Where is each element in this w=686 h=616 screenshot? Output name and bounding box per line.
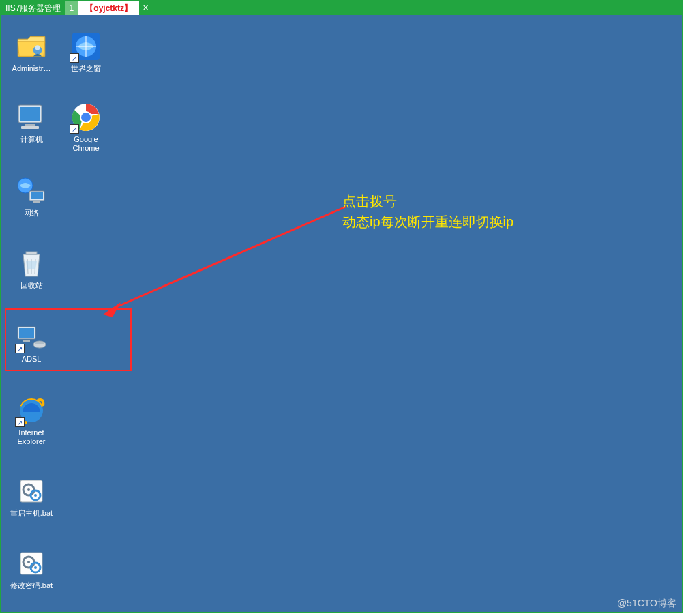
svg-rect-6 [25, 124, 35, 126]
desktop-icon-network[interactable]: 网络 [5, 175, 58, 218]
tab-bar: IIS7服务器管理 1 【oyjctktz】 ✕ [1, 1, 682, 15]
desktop-icon-label: 计算机 [5, 135, 58, 144]
desktop-icon-administrator[interactable]: Administr… [5, 30, 58, 73]
svg-rect-13 [31, 192, 43, 199]
annotation-text: 点击拨号 动态ip每次断开重连即切换ip [342, 191, 513, 232]
bat-file-icon [15, 475, 48, 508]
tab-close-button[interactable]: ✕ [139, 1, 151, 14]
svg-point-1 [35, 45, 40, 50]
annotation-arrow [100, 203, 353, 319]
tab-active[interactable]: 【oyjctktz】 [78, 1, 139, 15]
desktop-icon-label: Google Chrome [59, 135, 113, 153]
svg-rect-7 [21, 126, 39, 129]
annotation-line1: 点击拨号 [342, 191, 513, 211]
tab-badge[interactable]: 1 [65, 1, 78, 15]
computer-icon [15, 101, 48, 134]
desktop-icon-label: 重启主机.bat [5, 509, 58, 518]
desktop-icon-chrome[interactable]: ↗ Google Chrome [59, 101, 113, 153]
desktop-icon-computer[interactable]: 计算机 [5, 101, 58, 144]
svg-point-32 [34, 566, 37, 569]
recycle-bin-icon [15, 247, 48, 280]
shortcut-arrow-icon: ↗ [70, 53, 79, 63]
annotation-highlight-box [5, 308, 132, 371]
desktop-icon-label: Administr… [5, 64, 58, 73]
desktop-icon-restart-bat[interactable]: 重启主机.bat [5, 475, 58, 518]
desktop-icon-label: Internet Explorer [5, 428, 58, 446]
svg-line-33 [108, 207, 346, 310]
desktop-icon-label: 网络 [5, 209, 58, 218]
svg-rect-14 [33, 201, 40, 203]
ie-icon: ↗ [15, 394, 48, 427]
desktop-icon-passwd-bat[interactable]: 修改密码.bat [5, 547, 58, 590]
desktop-icon-label: 修改密码.bat [5, 581, 58, 590]
folder-user-icon [15, 30, 48, 63]
network-icon [15, 175, 48, 207]
remote-desktop[interactable]: Administr… ↗ 世界之窗 [1, 15, 682, 612]
desktop-icon-label: 世界之窗 [59, 64, 113, 73]
app-title: IIS7服务器管理 [1, 1, 65, 15]
shortcut-arrow-icon: ↗ [15, 417, 25, 427]
bat-file-icon [15, 547, 48, 580]
desktop-icon-theworld[interactable]: ↗ 世界之窗 [59, 30, 113, 73]
desktop-icon-label: 回收站 [5, 281, 58, 290]
svg-rect-5 [20, 107, 40, 121]
svg-point-10 [81, 113, 91, 122]
shortcut-arrow-icon: ↗ [70, 124, 79, 134]
globe-icon: ↗ [70, 30, 102, 63]
svg-point-31 [27, 561, 30, 563]
svg-point-26 [27, 488, 30, 491]
annotation-line2: 动态ip每次断开重连即切换ip [342, 211, 513, 232]
chrome-icon: ↗ [70, 101, 102, 134]
desktop-icon-recycle-bin[interactable]: 回收站 [5, 247, 58, 290]
svg-point-27 [34, 494, 37, 497]
svg-rect-15 [26, 252, 37, 254]
watermark: @51CTO博客 [617, 598, 676, 610]
desktop-icon-ie[interactable]: ↗ Internet Explorer [5, 394, 58, 446]
